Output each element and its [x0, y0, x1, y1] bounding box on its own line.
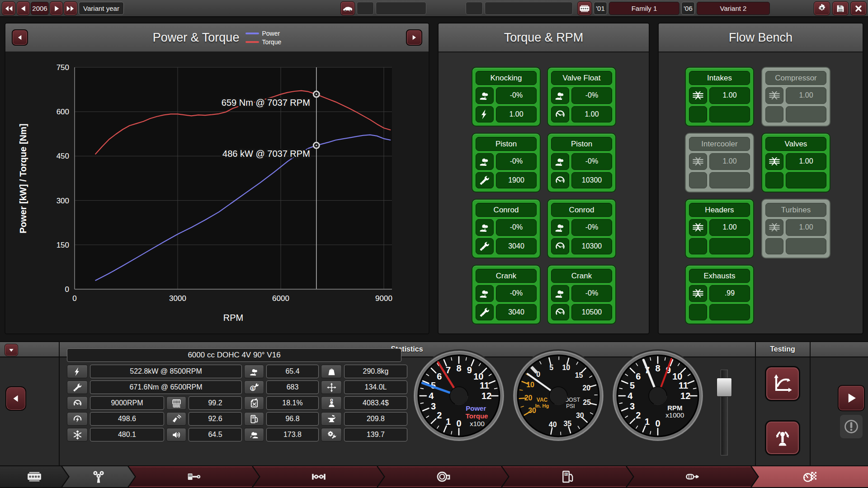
svg-text:Power [kW] / Torque [Nm]: Power [kW] / Torque [Nm]: [18, 124, 28, 234]
cylinder-head-icon: [91, 469, 106, 484]
svg-text:10: 10: [562, 364, 570, 371]
anvil-icon: [326, 414, 337, 424]
close-button[interactable]: [850, 1, 867, 15]
trq-box-knocking: Knocking-0%1.00: [472, 67, 541, 127]
box-title: Piston: [551, 137, 612, 151]
model-name-slot: [376, 2, 426, 15]
trq-box-valve-float: Valve Float-0%1.00: [547, 67, 616, 127]
settings-button[interactable]: [814, 1, 830, 15]
box-value: 1.00: [786, 153, 826, 170]
trq-box-conrod: Conrod-0%10300: [547, 199, 616, 258]
warnings-button[interactable]: [839, 414, 863, 439]
tab-dyno-testing[interactable]: [752, 466, 868, 487]
car-model-button[interactable]: [340, 1, 355, 15]
power-icon: [72, 366, 83, 377]
divider: [755, 341, 756, 465]
box-row: 10300: [551, 172, 612, 189]
flow-bench-panel: Flow Bench Intakes1.00Compressor1.00Inte…: [658, 23, 863, 334]
box-value: -0%: [496, 153, 537, 170]
airflow-icon: [769, 155, 780, 167]
box-icon-cell: [551, 106, 569, 123]
svg-text:2: 2: [437, 410, 442, 420]
box-icon-cell: [476, 285, 494, 302]
rewind-year-button[interactable]: [2, 1, 15, 15]
svg-text:3: 3: [630, 401, 635, 411]
svg-text:VAC: VAC: [537, 397, 548, 403]
chevron-down-icon: [8, 347, 15, 354]
box-title: Turbines: [765, 203, 826, 217]
gauge-icon: [554, 240, 566, 252]
tab-exhaust[interactable]: [627, 466, 758, 487]
next-graph-button[interactable]: [406, 29, 422, 46]
box-icon-cell: [689, 219, 707, 236]
bolt-icon: [479, 108, 491, 120]
power-icon: [67, 365, 88, 378]
step-back-icon: [19, 5, 28, 13]
statistics-page-left-button[interactable]: [5, 386, 26, 411]
stat-value: 96.8: [266, 412, 319, 426]
tab-engine-block[interactable]: [0, 466, 68, 487]
statistics-grid: 522.8kW @ 8500RPM65.4290.8kg671.6Nm @ 65…: [67, 365, 407, 441]
box-icon-cell: [551, 153, 569, 170]
dyno-icon: [802, 469, 818, 484]
tab-bottom-end[interactable]: [129, 466, 259, 487]
empty-icon-cell: [765, 106, 783, 123]
box-icon-cell: [551, 219, 569, 236]
piston-icon: [186, 469, 202, 484]
smoothness-icon: [171, 414, 182, 424]
next-year-button[interactable]: [50, 1, 63, 15]
torque-icon: [67, 380, 88, 394]
fuel-can-icon: [244, 396, 264, 410]
dyno-chart[interactable]: 01503004506007500300060009000RPMPower [k…: [5, 52, 429, 333]
tab-aspiration[interactable]: [378, 466, 508, 487]
engine-title: 6000 cc DOHC 4V 90° V16: [67, 348, 401, 362]
box-title: Knocking: [476, 71, 537, 85]
left-arrow-icon: [11, 394, 21, 404]
box-value: .99: [709, 285, 750, 302]
tab-crankshaft[interactable]: [253, 466, 384, 487]
stat-value: 64.5: [189, 428, 242, 441]
box-title: Conrod: [476, 203, 537, 217]
tab-fuel-system[interactable]: 91: [502, 466, 633, 487]
divider: [810, 341, 811, 465]
box-row: [689, 304, 750, 321]
trim-name-slot: [485, 2, 573, 15]
engine-block-icon: [579, 3, 590, 14]
rewind-icon: [4, 4, 13, 13]
box-value: -0%: [571, 285, 612, 302]
box-row: -0%: [551, 87, 612, 104]
knock-icon: [554, 287, 566, 299]
engine-family-button[interactable]: [577, 1, 592, 15]
dyno-graph-test-button[interactable]: [765, 366, 800, 401]
variant-name-box[interactable]: Variant 2: [697, 2, 770, 15]
previous-year-button[interactable]: [17, 1, 30, 15]
knock-icon: [244, 365, 264, 378]
box-value: -0%: [571, 153, 612, 170]
tab-cylinder-head[interactable]: [62, 466, 135, 487]
collapse-statistics-button[interactable]: [5, 344, 18, 356]
throttle-test-button[interactable]: [765, 420, 800, 455]
svg-text:600: 600: [57, 108, 69, 116]
save-button[interactable]: [832, 1, 849, 15]
box-icon-cell: [765, 153, 783, 170]
top-bar: 2006 Variant year '01 Family 1 '06 Varia…: [0, 0, 868, 17]
anvil-icon: [321, 412, 342, 426]
svg-text:x1000: x1000: [665, 411, 684, 419]
svg-text:3000: 3000: [169, 294, 186, 303]
throttle-slider-handle[interactable]: [717, 378, 732, 397]
box-icon-cell: [689, 87, 707, 104]
run-test-button[interactable]: [838, 385, 865, 411]
stat-value: 498.6: [90, 412, 164, 426]
family-name-box[interactable]: Family 1: [609, 2, 679, 15]
trq-box-crank: Crank-0%10500: [547, 265, 616, 324]
fuel-pump-icon: 91: [249, 414, 259, 424]
box-row: 3040: [476, 238, 537, 255]
box-icon-cell: [551, 238, 569, 255]
engine-block-icon: [27, 469, 42, 484]
fast-forward-year-button[interactable]: [64, 1, 77, 15]
previous-graph-button[interactable]: [12, 29, 28, 46]
response-icon: [67, 412, 88, 426]
power-torque-panel: Power & Torque Power Torque 015030045060…: [5, 23, 429, 334]
box-title: Intercooler: [689, 137, 750, 151]
svg-text:20: 20: [524, 394, 533, 402]
